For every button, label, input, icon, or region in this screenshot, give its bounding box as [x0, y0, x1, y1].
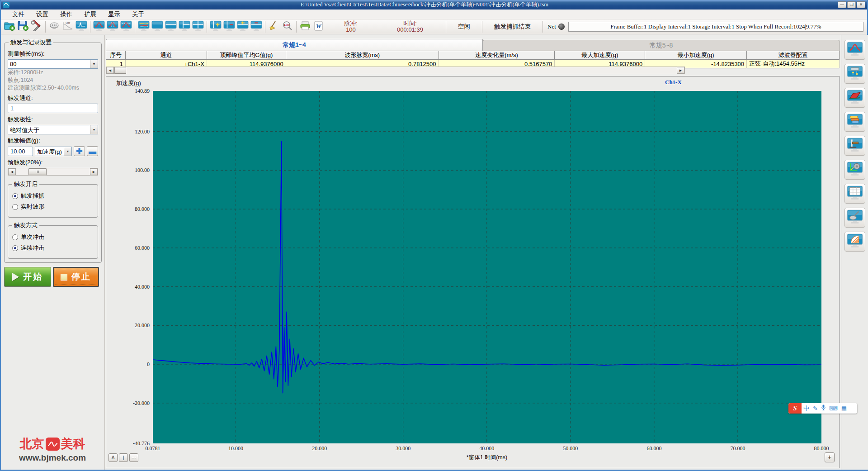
tools-icon — [31, 20, 42, 33]
start-button-label: 开始 — [23, 271, 43, 283]
table-hscrollbar[interactable]: ◀ ▶ — [106, 67, 685, 74]
trigger-enable-option-1[interactable]: 实时波形 — [12, 203, 94, 211]
open-button[interactable] — [3, 20, 16, 33]
single-layout-button[interactable] — [151, 20, 164, 33]
quad-layout-button[interactable] — [191, 20, 205, 33]
menu-item-3[interactable]: 扩展 — [78, 10, 102, 19]
layers-view-button[interactable] — [844, 112, 865, 132]
radio-checked-icon[interactable] — [12, 245, 18, 251]
close-button[interactable]: ✕ — [857, 1, 865, 8]
frame-length-select[interactable]: 80 ▼ — [8, 59, 98, 69]
waterfall-view-button[interactable] — [844, 88, 865, 108]
trigger-enable-option-0[interactable]: 触发捕抓 — [12, 192, 94, 200]
add-trigger-button[interactable]: ✚ — [74, 146, 85, 156]
separator — [446, 21, 446, 33]
ime-lang-icon[interactable]: 中 — [803, 403, 809, 414]
maximize-button[interactable]: ❒ — [847, 1, 856, 8]
slider-thumb[interactable] — [28, 168, 47, 175]
column-header-4[interactable]: 速度变化量(m/s) — [439, 51, 555, 60]
remove-window-button[interactable] — [222, 20, 236, 33]
cursor-button[interactable]: | — [119, 453, 128, 462]
trigger-polarity-select[interactable]: 绝对值大于 ▼ — [8, 125, 98, 134]
print-button[interactable] — [298, 20, 312, 33]
shell-view-button[interactable] — [844, 232, 865, 252]
control-panel-view-button[interactable] — [844, 64, 865, 84]
output-off-button[interactable]: Off — [61, 20, 75, 33]
scrollbar-thumb[interactable] — [114, 67, 126, 74]
ime-pen-icon[interactable]: ✎ — [813, 403, 818, 414]
table-view-button[interactable] — [844, 184, 865, 204]
zoom-in-button[interactable]: + — [825, 452, 835, 462]
scope-window-button[interactable] — [75, 20, 88, 33]
fixture-view-button[interactable] — [844, 136, 865, 156]
menu-item-4[interactable]: 显示 — [102, 10, 126, 19]
radio-checked-icon[interactable] — [12, 193, 18, 199]
x-axis-title: *窗体1 时间(ms) — [467, 454, 507, 461]
off-curve-icon: Off — [62, 20, 74, 33]
auto-scale-button[interactable]: Auto — [281, 20, 294, 33]
scroll-left-icon[interactable]: ◀ — [106, 67, 114, 74]
menu-item-1[interactable]: 设置 — [30, 10, 54, 19]
ime-mic-icon[interactable] — [821, 403, 826, 414]
ime-keyboard-icon[interactable]: ⌨ — [829, 403, 838, 414]
menu-item-0[interactable]: 文件 — [6, 10, 30, 19]
pulse-cursor-window-button[interactable] — [106, 20, 119, 33]
column-header-7[interactable]: 滤波器配置 — [747, 51, 840, 60]
trigger-mode-option-0[interactable]: 单次冲击 — [12, 233, 94, 241]
remove-pane-button[interactable] — [250, 20, 263, 33]
plot-area[interactable] — [153, 91, 821, 443]
more-options-button[interactable]: --- — [129, 453, 138, 462]
remove-trigger-button[interactable]: ▬ — [87, 146, 98, 156]
tab-channels-1-4[interactable]: 常规1~4 — [106, 39, 483, 51]
tab-channels-5-8[interactable]: 常规5~8 — [483, 40, 840, 51]
vsplit-layout-button[interactable] — [178, 20, 191, 33]
trigger-channel-input[interactable] — [8, 104, 98, 113]
trigger-mode-label: 单次冲击 — [21, 233, 44, 241]
trigger-amplitude-unit-select[interactable]: 加速度(g) ▼ — [35, 147, 72, 156]
remove-pane-icon — [250, 20, 262, 33]
trigger-settings-panel: 触发与记录设置 测量帧长(ms): 80 ▼ 采样:12800Hz帧点:1024… — [1, 35, 105, 470]
arrow-right-icon[interactable]: ▶ — [90, 168, 98, 175]
autoscale-button[interactable]: A — [108, 453, 118, 462]
add-window-button[interactable] — [209, 20, 222, 33]
start-button[interactable]: 开始 — [4, 267, 51, 287]
pulse-analysis-view-button[interactable] — [844, 40, 865, 60]
arrow-left-icon[interactable]: ◀ — [8, 168, 16, 175]
save-button[interactable] — [16, 20, 30, 33]
trigger-mode-option-1[interactable]: 连续冲击 — [12, 244, 94, 252]
ime-toolbox-icon[interactable]: ▦ — [841, 403, 847, 414]
cell-滤波器配置: 正弦-自动:1454.55Hz — [747, 60, 840, 68]
column-header-5[interactable]: 最大加速度(g) — [555, 51, 645, 60]
menu-item-5[interactable]: 关于 — [126, 10, 150, 19]
column-header-2[interactable]: 顶部峰值平均G值(g) — [207, 51, 286, 60]
menu-item-2[interactable]: 操作 — [54, 10, 78, 19]
pulse-window-button[interactable] — [92, 20, 106, 33]
scroll-right-icon[interactable]: ▶ — [677, 67, 684, 74]
hardware-connect-button[interactable] — [47, 20, 61, 33]
minimize-button[interactable]: — — [838, 1, 846, 8]
column-header-3[interactable]: 波形脉宽(ms) — [286, 51, 439, 60]
time-label: 时间: — [376, 20, 444, 27]
hsplit-layout-button[interactable] — [164, 20, 178, 33]
clear-button[interactable] — [267, 20, 281, 33]
add-pane-button[interactable] — [236, 20, 250, 33]
column-header-0[interactable]: 序号 — [106, 51, 126, 60]
multi-curve-window-button[interactable] — [137, 20, 151, 33]
chevron-down-icon[interactable]: ▼ — [90, 60, 98, 68]
radio-icon[interactable] — [12, 204, 18, 210]
shaker-view-button[interactable] — [844, 160, 865, 180]
ime-logo-icon[interactable]: S — [788, 403, 802, 414]
pulse-tolerance-window-button[interactable] — [119, 20, 133, 33]
ime-toolbar[interactable]: S 中 ✎ ⌨ ▦ — [788, 403, 857, 414]
word-report-button[interactable]: W — [312, 20, 326, 33]
stop-button[interactable]: 停止 — [53, 267, 99, 287]
chevron-down-icon[interactable]: ▼ — [64, 147, 71, 156]
chevron-down-icon[interactable]: ▼ — [90, 125, 98, 134]
pretrigger-slider[interactable]: ◀ ▶ — [8, 168, 98, 176]
sensor-view-button[interactable] — [844, 208, 865, 228]
radio-icon[interactable] — [12, 234, 18, 240]
column-header-6[interactable]: 最小加速度(g) — [645, 51, 747, 60]
trigger-amplitude-input[interactable] — [8, 147, 33, 156]
config-tools-button[interactable] — [30, 20, 43, 33]
column-header-1[interactable]: 通道 — [125, 51, 207, 60]
